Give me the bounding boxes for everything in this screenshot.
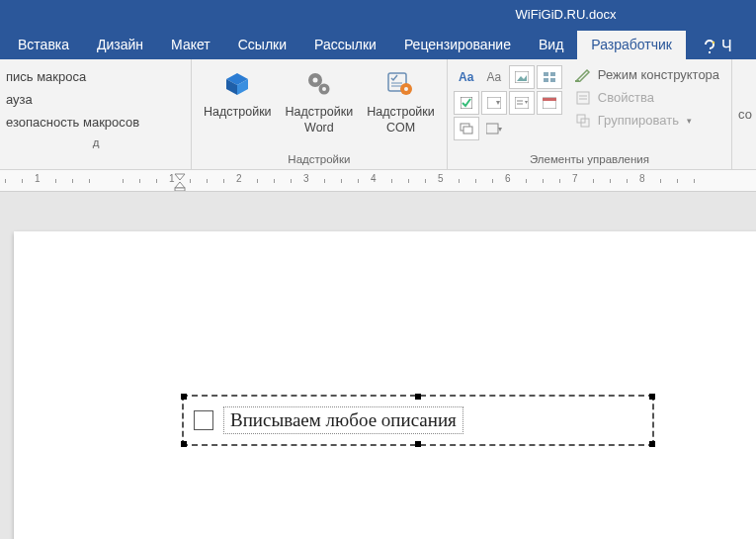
group-controls-label: Элементы управления	[448, 151, 731, 169]
document-area[interactable]	[0, 192, 756, 539]
dropdown-control-icon[interactable]	[509, 91, 535, 115]
building-block-control-icon[interactable]	[537, 65, 562, 89]
svg-point-12	[404, 87, 408, 91]
checkbox-placeholder-text[interactable]: Вписываем любое описания	[223, 406, 463, 434]
addins-button[interactable]: Надстройки	[198, 63, 278, 123]
picture-control-icon[interactable]	[509, 65, 535, 89]
checkbox-box[interactable]	[194, 410, 213, 430]
svg-marker-25	[525, 101, 528, 104]
group-addins: Надстройки НадстройкиWord	[192, 59, 448, 169]
ribbon-tabs: Вставка Дизайн Макет Ссылки Рассылки Рец…	[0, 28, 756, 59]
tab-design[interactable]: Дизайн	[83, 31, 157, 59]
pause-macro[interactable]: ауза	[0, 88, 192, 111]
svg-point-7	[322, 87, 326, 91]
controls-palette: Aa Aa	[454, 63, 562, 140]
addins-icon	[222, 65, 252, 103]
macro-security[interactable]: езопасность макросов	[0, 111, 192, 134]
date-picker-control-icon[interactable]	[537, 91, 562, 115]
help-icon[interactable]: Ч	[698, 34, 736, 59]
svg-rect-30	[486, 124, 498, 134]
tab-layout[interactable]: Макет	[157, 31, 224, 59]
word-addins-label: НадстройкиWord	[286, 105, 354, 135]
svg-rect-33	[577, 92, 589, 104]
group-button[interactable]: Группировать ▾	[572, 111, 721, 130]
svg-marker-21	[496, 101, 500, 105]
svg-marker-14	[517, 75, 527, 81]
repeating-section-control-icon[interactable]	[454, 117, 479, 140]
selection-handle[interactable]	[181, 441, 187, 447]
checkbox-content-control[interactable]: Вписываем любое описания	[182, 395, 654, 446]
ribbon: пись макроса ауза езопасность макросов д…	[0, 59, 756, 170]
checkbox-control-icon[interactable]	[454, 91, 479, 115]
svg-rect-18	[550, 78, 555, 82]
svg-marker-38	[175, 174, 185, 180]
selection-handle[interactable]	[649, 394, 655, 400]
com-addins-label: НадстройкиCOM	[367, 105, 435, 135]
com-addins-icon	[384, 65, 416, 103]
legacy-tools-icon[interactable]	[481, 117, 507, 140]
com-addins-button[interactable]: НадстройкиCOM	[361, 63, 441, 137]
rich-text-control-icon[interactable]: Aa	[454, 65, 479, 89]
svg-rect-17	[544, 78, 548, 82]
design-mode-icon	[574, 68, 592, 82]
word-addins-button[interactable]: НадстройкиWord	[280, 63, 360, 137]
ribbon-overflow: со	[732, 59, 756, 169]
svg-point-0	[713, 42, 714, 44]
svg-rect-27	[543, 98, 556, 101]
design-mode-button[interactable]: Режим конструктора	[572, 65, 721, 84]
svg-marker-31	[498, 128, 502, 132]
selection-handle[interactable]	[649, 441, 655, 447]
tab-view[interactable]: Вид	[525, 31, 577, 59]
horizontal-ruler[interactable]	[0, 170, 756, 192]
svg-rect-16	[550, 72, 555, 76]
chevron-down-icon: ▾	[687, 116, 692, 126]
record-macro[interactable]: пись макроса	[0, 65, 192, 88]
tab-insert[interactable]: Вставка	[4, 31, 83, 59]
tab-mailings[interactable]: Рассылки	[300, 31, 390, 59]
gear-icon	[304, 65, 334, 103]
svg-point-5	[312, 78, 317, 83]
combo-box-control-icon[interactable]	[481, 91, 507, 115]
group-icon	[574, 114, 592, 128]
group-code: пись макроса ауза езопасность макросов д	[0, 59, 192, 169]
indent-marker[interactable]	[174, 170, 186, 192]
addins-label: Надстройки	[204, 105, 272, 121]
group-code-label: д	[0, 134, 192, 152]
svg-marker-39	[175, 182, 185, 188]
tab-review[interactable]: Рецензирование	[390, 31, 525, 59]
page[interactable]	[14, 231, 756, 539]
selection-handle[interactable]	[181, 394, 187, 400]
properties-button[interactable]: Свойства	[572, 88, 721, 107]
svg-rect-15	[544, 72, 548, 76]
selection-handle[interactable]	[415, 394, 421, 400]
group-addins-label: Надстройки	[192, 151, 447, 169]
svg-rect-29	[463, 127, 472, 134]
selection-handle[interactable]	[415, 441, 421, 447]
svg-rect-32	[575, 80, 579, 82]
tab-developer[interactable]: Разработчик	[577, 31, 686, 59]
plain-text-control-icon[interactable]: Aa	[481, 65, 507, 89]
properties-icon	[574, 91, 592, 105]
tab-references[interactable]: Ссылки	[224, 31, 300, 59]
document-title: WiFiGiD.RU.docx	[516, 7, 617, 22]
group-controls: Aa Aa Режим конструктора Свойства	[448, 59, 732, 169]
svg-rect-40	[175, 188, 185, 191]
title-bar: WiFiGiD.RU.docx	[0, 0, 756, 28]
